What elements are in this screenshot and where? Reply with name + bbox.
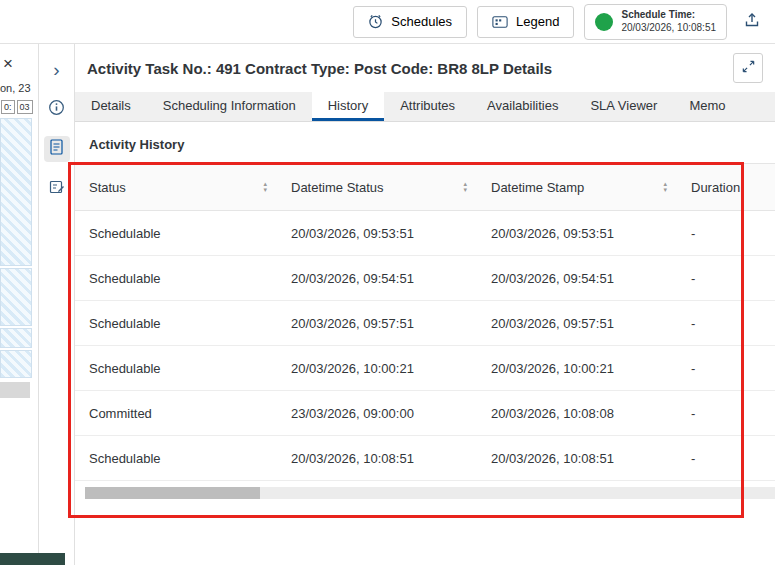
detail-tabbar: Details Scheduling Information History A…: [75, 92, 775, 122]
table-header-row: Status ▴▾ Datetime Status ▴▾ Datetime St…: [75, 163, 775, 211]
tab-details[interactable]: Details: [75, 92, 147, 121]
time-fragment: 0:: [1, 100, 15, 114]
horizontal-scrollbar[interactable]: [85, 487, 775, 499]
cell-datetime-status: 20/03/2026, 10:08:51: [277, 451, 477, 466]
tab-history[interactable]: History: [312, 92, 384, 121]
info-icon: [48, 99, 65, 120]
time-fragment: 03: [17, 100, 33, 114]
activity-history-table: Status ▴▾ Datetime Status ▴▾ Datetime St…: [75, 163, 775, 499]
schedule-time-label: Schedule Time:: [621, 9, 716, 22]
tab-scheduling-information[interactable]: Scheduling Information: [147, 92, 312, 121]
top-toolbar: Schedules Legend Schedule Time: 20/03/20…: [0, 0, 775, 44]
form-edit-icon: [49, 179, 65, 199]
gray-block: [0, 382, 30, 398]
gantt-block: [0, 118, 32, 266]
table-row[interactable]: Schedulable 20/03/2026, 10:08:51 20/03/2…: [75, 436, 775, 481]
cell-datetime-stamp: 20/03/2026, 09:57:51: [477, 316, 677, 331]
schedules-clock-icon: [368, 14, 383, 29]
panel-title: Activity Task No.: 491 Contract Type: Po…: [87, 60, 552, 77]
fullscreen-button[interactable]: [733, 53, 763, 83]
tab-memo[interactable]: Memo: [673, 92, 741, 121]
schedules-label: Schedules: [391, 14, 452, 29]
background-page-fragment: × on, 23 0: 03: [0, 44, 38, 565]
legend-icon: [492, 15, 508, 29]
cell-datetime-stamp: 20/03/2026, 09:53:51: [477, 226, 677, 241]
close-icon[interactable]: ×: [3, 54, 13, 74]
cell-duration: -: [677, 226, 775, 241]
cell-status: Schedulable: [75, 226, 277, 241]
scrollbar-thumb[interactable]: [85, 487, 260, 499]
cell-status: Committed: [75, 406, 277, 421]
table-row[interactable]: Schedulable 20/03/2026, 10:00:21 20/03/2…: [75, 346, 775, 391]
section-title: Activity History: [75, 122, 775, 163]
tab-availabilities[interactable]: Availabilities: [471, 92, 574, 121]
sort-icon[interactable]: ▴▾: [663, 181, 667, 193]
cell-datetime-status: 20/03/2026, 10:00:21: [277, 361, 477, 376]
cell-status: Schedulable: [75, 316, 277, 331]
share-button[interactable]: [737, 7, 767, 37]
notes-form-icon-button[interactable]: [44, 176, 70, 202]
cell-status: Schedulable: [75, 271, 277, 286]
column-header-datetime-status[interactable]: Datetime Status ▴▾: [277, 180, 477, 195]
table-row[interactable]: Schedulable 20/03/2026, 09:57:51 20/03/2…: [75, 301, 775, 346]
panel-icon-sidebar: ›: [38, 44, 75, 565]
sort-icon[interactable]: ▴▾: [263, 181, 267, 193]
activity-detail-panel: Activity Task No.: 491 Contract Type: Po…: [75, 44, 775, 565]
chevron-right-icon: ›: [53, 60, 59, 79]
cell-duration: -: [677, 361, 775, 376]
legend-label: Legend: [516, 14, 559, 29]
footer-fragment: [0, 553, 65, 565]
table-row[interactable]: Schedulable 20/03/2026, 09:54:51 20/03/2…: [75, 256, 775, 301]
cell-datetime-status: 20/03/2026, 09:54:51: [277, 271, 477, 286]
info-tab-icon-button[interactable]: [44, 96, 70, 122]
cell-duration: -: [677, 316, 775, 331]
share-icon: [744, 12, 760, 31]
cell-datetime-stamp: 20/03/2026, 09:54:51: [477, 271, 677, 286]
column-header-duration[interactable]: Duration: [677, 180, 775, 195]
table-row[interactable]: Committed 23/03/2026, 09:00:00 20/03/202…: [75, 391, 775, 436]
gantt-striped-blocks: [0, 118, 33, 380]
schedule-time-chip[interactable]: Schedule Time: 20/03/2026, 10:08:51: [584, 4, 727, 40]
sort-icon[interactable]: ▴▾: [463, 181, 467, 193]
schedules-button[interactable]: Schedules: [353, 6, 467, 38]
cell-duration: -: [677, 406, 775, 421]
cell-datetime-status: 20/03/2026, 09:57:51: [277, 316, 477, 331]
history-document-icon-button[interactable]: [44, 136, 70, 162]
column-header-datetime-stamp[interactable]: Datetime Stamp ▴▾: [477, 180, 677, 195]
column-header-status[interactable]: Status ▴▾: [75, 180, 277, 195]
cell-datetime-stamp: 20/03/2026, 10:08:51: [477, 451, 677, 466]
table-row[interactable]: Schedulable 20/03/2026, 09:53:51 20/03/2…: [75, 211, 775, 256]
cell-duration: -: [677, 271, 775, 286]
cell-status: Schedulable: [75, 451, 277, 466]
cell-datetime-stamp: 20/03/2026, 10:00:21: [477, 361, 677, 376]
cell-datetime-status: 23/03/2026, 09:00:00: [277, 406, 477, 421]
cell-datetime-stamp: 20/03/2026, 10:08:08: [477, 406, 677, 421]
tab-attributes[interactable]: Attributes: [384, 92, 471, 121]
schedule-status-dot: [595, 13, 613, 31]
cell-status: Schedulable: [75, 361, 277, 376]
cell-datetime-status: 20/03/2026, 09:53:51: [277, 226, 477, 241]
legend-button[interactable]: Legend: [477, 6, 574, 38]
date-fragment: on, 23: [0, 82, 31, 94]
collapse-panel-button[interactable]: ›: [44, 56, 70, 82]
gantt-block: [0, 268, 32, 326]
tab-sla-viewer[interactable]: SLA Viewer: [574, 92, 673, 121]
gantt-block: [0, 350, 32, 378]
expand-icon: [741, 59, 756, 77]
cell-duration: -: [677, 451, 775, 466]
gantt-block: [0, 328, 32, 348]
document-icon: [49, 139, 64, 159]
schedule-time-value: 20/03/2026, 10:08:51: [621, 22, 716, 35]
